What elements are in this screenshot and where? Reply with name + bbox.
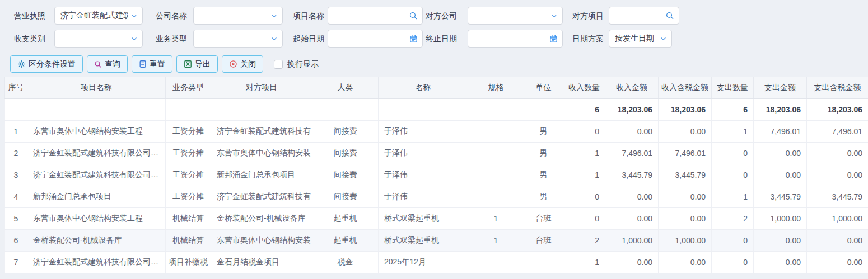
column-header[interactable]: 收入含税金额 <box>659 77 712 99</box>
summary-cell <box>27 99 166 121</box>
reset-doc-icon <box>139 60 147 68</box>
table-row[interactable]: 6金桥装配公司-机械设备库机械结算东营市奥体中心钢结构安装起重机桥式双梁起重机1… <box>5 230 868 252</box>
table-cell: 3,445.79 <box>807 186 868 208</box>
end-date-date-input[interactable] <box>468 30 563 48</box>
table-cell: 金桥装配公司-机械设备库 <box>27 230 166 252</box>
table-cell: 2 <box>563 230 605 252</box>
table-cell: 0 <box>712 143 754 164</box>
results-table: 序号项目名称业务类型对方项目大类名称规格单位收入数量收入金额收入含税金额支出数量… <box>4 77 868 273</box>
close-button[interactable]: 关闭 <box>222 55 263 73</box>
wrap-display-checkbox[interactable] <box>274 60 283 69</box>
table-cell: 0.00 <box>754 230 807 252</box>
table-cell: 济宁金虹装配式建筑科技有限公司… <box>27 143 166 164</box>
column-header[interactable]: 项目名称 <box>27 77 166 99</box>
table-cell: 男 <box>524 186 563 208</box>
table-cell: 1,000.00 <box>754 208 807 230</box>
search-icon <box>665 11 674 20</box>
column-header[interactable]: 支出数量 <box>712 77 754 99</box>
table-row[interactable]: 3济宁金虹装配式建筑科技有限公司…工资分摊新邦涌金门总承包项目间接费于泽伟男13… <box>5 164 868 186</box>
table-cell: 0 <box>712 230 754 252</box>
table-cell <box>468 186 524 208</box>
counterparty-project-search-input[interactable] <box>609 7 679 25</box>
column-header[interactable]: 规格 <box>468 77 524 99</box>
business-type-label: 业务类型 <box>156 30 193 48</box>
table-cell: 3,445.79 <box>754 186 807 208</box>
chevron-down-icon <box>550 12 558 20</box>
date-scheme-select[interactable]: 按发生日期 <box>609 30 672 48</box>
table-cell: 机械结算 <box>166 208 211 230</box>
calendar-icon <box>409 35 418 43</box>
date-scheme-label: 日期方案 <box>572 30 609 48</box>
table-row[interactable]: 5东营市奥体中心钢结构安装工程机械结算金桥装配公司-机械设备库起重机桥式双梁起重… <box>5 208 868 230</box>
table-cell: 7,496.01 <box>754 121 807 143</box>
reset-button[interactable]: 重置 <box>132 55 172 73</box>
export-excel-icon <box>184 60 192 68</box>
summary-cell <box>524 99 563 121</box>
table-cell: 0 <box>712 252 754 273</box>
table-cell: 0 <box>563 186 605 208</box>
table-cell: 间接费 <box>312 143 379 164</box>
summary-cell <box>211 99 312 121</box>
column-header[interactable]: 单位 <box>524 77 563 99</box>
table-cell: 于泽伟 <box>379 186 468 208</box>
table-cell: 7 <box>5 252 27 273</box>
column-header[interactable]: 业务类型 <box>166 77 211 99</box>
table-cell: 间接费 <box>312 186 379 208</box>
table-cell: 1 <box>563 143 605 164</box>
project-name-label: 项目名称 <box>293 7 330 25</box>
table-cell: 0.00 <box>659 121 712 143</box>
table-cell: 5 <box>5 208 27 230</box>
table-cell: 0.00 <box>754 252 807 273</box>
chevron-down-icon <box>130 12 138 20</box>
table-row[interactable]: 4新邦涌金门总承包项目工资分摊济宁金虹装配式建筑科技有间接费于泽伟男00.000… <box>5 186 868 208</box>
table-cell: 2 <box>5 143 27 164</box>
column-header[interactable]: 名称 <box>379 77 468 99</box>
export-button[interactable]: 导出 <box>176 55 218 73</box>
column-header[interactable]: 收入数量 <box>563 77 605 99</box>
table-cell: 于泽伟 <box>379 164 468 186</box>
business-type-select[interactable] <box>193 30 283 48</box>
query-button[interactable]: 查询 <box>87 55 128 73</box>
column-header[interactable]: 收入金额 <box>605 77 659 99</box>
data-grid: 序号项目名称业务类型对方项目大类名称规格单位收入数量收入金额收入含税金额支出数量… <box>4 77 868 273</box>
project-name-search-input[interactable] <box>328 7 423 25</box>
reset-button-label: 重置 <box>150 59 165 69</box>
close-button-label: 关闭 <box>240 59 256 69</box>
table-cell: 1 <box>563 252 605 273</box>
table-cell: 工资分摊 <box>166 164 211 186</box>
table-cell: 3,445.79 <box>659 164 712 186</box>
income-expense-category-select[interactable] <box>54 30 143 48</box>
table-cell: 东营市奥体中心钢结构安装工程 <box>27 121 166 143</box>
table-cell: 0.00 <box>659 208 712 230</box>
summary-cell <box>312 99 379 121</box>
column-header[interactable]: 对方项目 <box>211 77 312 99</box>
table-cell: 7,496.01 <box>807 121 868 143</box>
column-header[interactable]: 支出含税金额 <box>807 77 868 99</box>
table-cell: 0.00 <box>754 143 807 164</box>
table-cell <box>468 143 524 164</box>
business-license-select[interactable]: 济宁金虹装配式建筑 <box>54 7 143 25</box>
start-date-date-input[interactable] <box>328 30 423 48</box>
condition-settings-button[interactable]: 区分条件设置 <box>10 55 83 73</box>
search-icon <box>409 11 418 20</box>
company-name-select[interactable] <box>193 7 283 25</box>
table-cell: 0 <box>563 121 605 143</box>
table-cell: 0 <box>712 164 754 186</box>
summary-cell: 6 <box>712 99 754 121</box>
counterparty-project-label: 对方项目 <box>572 7 609 25</box>
column-header[interactable]: 支出金额 <box>754 77 807 99</box>
column-header[interactable]: 序号 <box>5 77 27 99</box>
table-cell: 2025年12月 <box>379 252 468 273</box>
counterparty-company-select[interactable] <box>468 7 563 25</box>
table-cell: 0.00 <box>659 186 712 208</box>
column-header[interactable]: 大类 <box>312 77 379 99</box>
table-cell: 机械结算 <box>166 230 211 252</box>
table-cell: 济宁金虹装配式建筑科技有 <box>211 121 312 143</box>
table-row[interactable]: 2济宁金虹装配式建筑科技有限公司…工资分摊东营市奥体中心钢结构安装间接费于泽伟男… <box>5 143 868 164</box>
table-cell <box>468 121 524 143</box>
table-row[interactable]: 1东营市奥体中心钢结构安装工程工资分摊济宁金虹装配式建筑科技有间接费于泽伟男00… <box>5 121 868 143</box>
table-cell: 1 <box>5 121 27 143</box>
table-row[interactable]: 7济宁金虹装配式建筑科技有限公司…项目补缴税金石月结税金项目税金2025年12月… <box>5 252 868 273</box>
query-button-label: 查询 <box>105 59 120 69</box>
table-cell: 4 <box>5 186 27 208</box>
